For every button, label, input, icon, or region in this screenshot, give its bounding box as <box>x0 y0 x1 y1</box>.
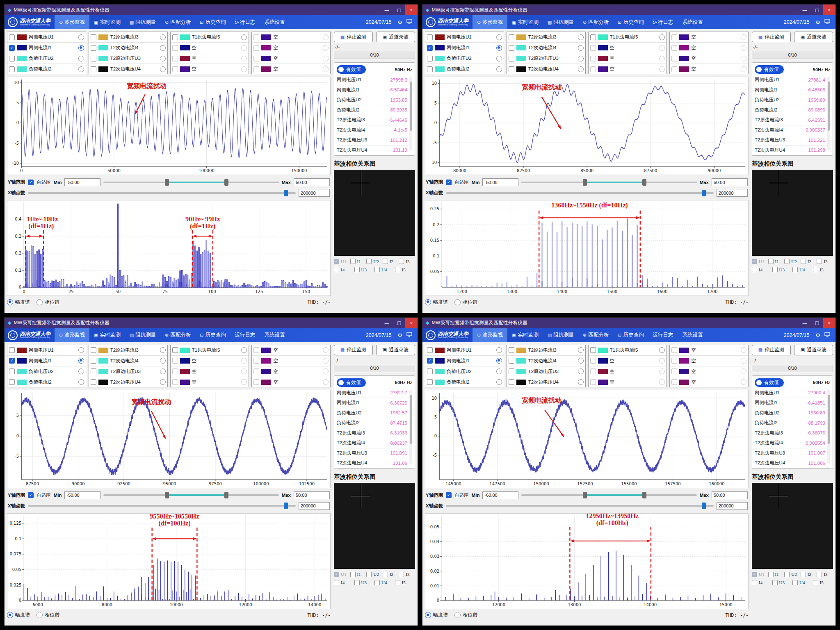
minimize-button[interactable]: — <box>381 318 393 328</box>
channel-checkbox[interactable] <box>590 45 596 51</box>
channel-checkbox[interactable] <box>9 379 15 385</box>
channel-checkbox[interactable] <box>509 368 514 374</box>
maximize-button[interactable]: ▢ <box>811 5 823 15</box>
phase-check-I4[interactable]: I4 <box>334 580 354 585</box>
channel-radio[interactable] <box>741 347 746 353</box>
y-range-slider-handle-high[interactable] <box>642 179 646 186</box>
channel-radio[interactable] <box>78 358 84 364</box>
channel-checkbox[interactable] <box>91 34 96 40</box>
y-range-slider[interactable] <box>103 179 278 186</box>
phase-checkbox[interactable] <box>784 259 790 264</box>
tab-系统设置[interactable]: 系统设置 <box>678 328 707 342</box>
maximize-button[interactable]: ▢ <box>393 5 405 15</box>
channel-radio[interactable] <box>78 347 84 353</box>
channel-checkbox[interactable] <box>172 45 178 51</box>
channel-record-button[interactable]: ▣ 通道录波 <box>794 345 833 355</box>
phase-check-U1[interactable]: ✓U1 <box>334 572 350 577</box>
channel-record-button[interactable]: ▣ 通道录波 <box>376 345 415 355</box>
channel-radio[interactable] <box>241 379 247 385</box>
channel-radio[interactable] <box>241 66 247 72</box>
maximize-button[interactable]: ▢ <box>393 318 405 328</box>
channel-checkbox[interactable] <box>509 34 514 40</box>
channel-radio[interactable] <box>578 45 584 51</box>
channel-radio[interactable] <box>741 56 746 61</box>
tab-系统设置[interactable]: 系统设置 <box>260 15 289 29</box>
channel-checkbox[interactable] <box>253 358 259 364</box>
phase-check-U3[interactable]: U3 <box>772 267 793 272</box>
channel-radio[interactable] <box>578 56 584 61</box>
tab-运行日志[interactable]: 运行日志 <box>648 15 678 29</box>
channel-checkbox[interactable] <box>509 56 514 61</box>
phase-checkbox[interactable] <box>801 572 806 577</box>
channel-checkbox[interactable] <box>172 34 178 40</box>
y-range-slider-handle-low[interactable] <box>165 492 169 498</box>
channel-checkbox[interactable] <box>671 379 677 385</box>
channel-checkbox[interactable]: ✓ <box>427 358 433 364</box>
phase-checkbox[interactable] <box>801 259 806 264</box>
x-points-slider-handle[interactable] <box>284 190 288 196</box>
y-range-slider[interactable] <box>521 179 696 186</box>
window-titlebar[interactable]: ◆ MW级可控宽频带阻抗测量及匹配性分析仪器 — ▢ × <box>422 318 835 328</box>
phase-check-I1[interactable]: I1 <box>350 259 367 264</box>
phase-check-I2[interactable]: I2 <box>383 259 399 264</box>
close-button[interactable]: × <box>405 5 418 15</box>
amplitude-spectrum-radio[interactable] <box>7 299 13 305</box>
tab-运行日志[interactable]: 运行日志 <box>230 15 260 29</box>
phase-checkbox[interactable] <box>366 572 372 577</box>
channel-checkbox[interactable] <box>172 66 178 72</box>
tab-波形监视[interactable]: ⊙波形监视 <box>472 15 507 29</box>
channel-checkbox[interactable] <box>91 368 96 374</box>
channel-radio[interactable] <box>741 45 746 51</box>
rms-toggle[interactable]: 有效值 <box>755 378 784 387</box>
amplitude-spectrum-radio[interactable] <box>7 612 13 618</box>
channel-radio[interactable] <box>496 358 502 364</box>
x-points-input[interactable] <box>299 189 330 197</box>
channel-checkbox[interactable] <box>91 358 96 364</box>
phase-spectrum-radio[interactable] <box>454 612 461 618</box>
channel-radio[interactable] <box>741 34 746 40</box>
tab-实时监测[interactable]: ▣实时监测 <box>89 328 125 342</box>
channel-radio[interactable] <box>241 56 247 61</box>
channel-checkbox[interactable] <box>671 56 677 61</box>
channel-checkbox[interactable] <box>91 45 96 51</box>
phase-checkbox[interactable] <box>374 267 380 272</box>
channel-checkbox[interactable] <box>253 45 259 51</box>
y-min-input[interactable] <box>64 178 100 186</box>
channel-radio[interactable] <box>578 66 584 72</box>
channel-radio[interactable] <box>496 368 502 374</box>
phase-checkbox[interactable] <box>817 259 822 264</box>
channel-radio[interactable] <box>659 358 665 364</box>
channel-radio[interactable] <box>496 56 502 61</box>
x-points-slider[interactable] <box>446 503 714 509</box>
channel-checkbox[interactable] <box>253 347 259 353</box>
phase-checkbox[interactable] <box>334 267 339 272</box>
channel-radio[interactable] <box>578 358 584 364</box>
channel-checkbox[interactable] <box>590 56 596 61</box>
channel-checkbox[interactable] <box>427 347 433 353</box>
phase-checkbox[interactable]: ✓ <box>752 572 757 577</box>
channel-radio[interactable] <box>578 379 584 385</box>
channel-checkbox[interactable] <box>253 379 259 385</box>
channel-checkbox[interactable] <box>509 347 514 353</box>
tab-运行日志[interactable]: 运行日志 <box>648 328 678 342</box>
channel-radio[interactable] <box>241 358 247 364</box>
channel-checkbox[interactable] <box>253 368 259 374</box>
channel-checkbox[interactable] <box>671 34 677 40</box>
phase-checkbox[interactable] <box>752 580 757 585</box>
y-max-input[interactable] <box>712 491 748 499</box>
tab-波形监视[interactable]: ⊙波形监视 <box>55 328 89 342</box>
channel-radio[interactable] <box>160 56 166 61</box>
tab-阻抗测量[interactable]: ▤阻抗测量 <box>125 328 160 342</box>
channel-radio[interactable] <box>160 358 166 364</box>
phase-checkbox[interactable]: ✓ <box>334 572 339 577</box>
channel-radio[interactable] <box>496 347 502 353</box>
channel-radio[interactable] <box>659 368 665 374</box>
x-points-slider[interactable] <box>446 190 714 196</box>
tab-历史查询[interactable]: ⊡历史查询 <box>613 15 648 29</box>
x-points-input[interactable] <box>717 189 748 197</box>
phase-checkbox[interactable] <box>334 580 339 585</box>
rms-toggle[interactable]: 有效值 <box>337 378 366 387</box>
phase-check-I1[interactable]: I1 <box>350 572 367 577</box>
tab-阻抗测量[interactable]: ▤阻抗测量 <box>543 328 578 342</box>
y-range-slider[interactable] <box>521 492 696 498</box>
